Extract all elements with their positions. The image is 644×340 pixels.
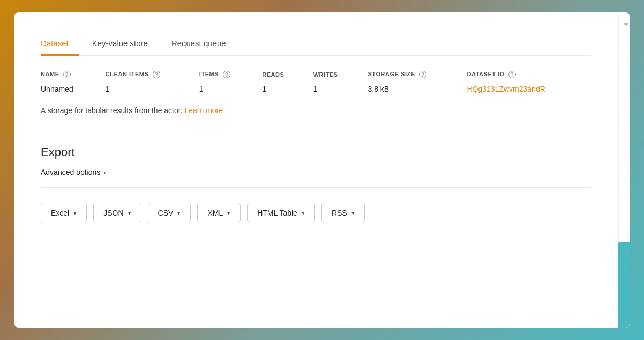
cell-writes: 1 xyxy=(313,83,368,95)
xml-dropdown-icon: ▾ xyxy=(227,210,230,217)
export-excel-label: Excel xyxy=(51,209,69,217)
divider-1 xyxy=(41,130,591,130)
right-panel-top-label: if xyxy=(623,23,629,26)
col-header-clean-items: CLEAN ITEMS ? xyxy=(106,71,199,83)
table-row: Unnamed 1 1 1 1 3.8 kB HQg313LZwvm23andR xyxy=(41,83,591,95)
export-buttons-container: Excel ▾ JSON ▾ CSV ▾ XML ▾ HTML Table ▾ … xyxy=(41,203,591,223)
export-xml-label: XML xyxy=(207,209,223,217)
export-rss-label: RSS xyxy=(332,209,347,217)
export-title: Export xyxy=(41,145,591,159)
learn-more-link[interactable]: Learn more xyxy=(184,106,223,115)
col-header-items: ITEMS ? xyxy=(199,71,262,83)
json-dropdown-icon: ▾ xyxy=(128,210,131,217)
cell-clean-items: 1 xyxy=(106,83,199,95)
export-html-table-label: HTML Table xyxy=(257,209,297,217)
dataset-id-link[interactable]: HQg313LZwvm23andR xyxy=(467,85,545,93)
description-text: A storage for tabular results from the a… xyxy=(41,106,591,115)
col-header-writes: WRITES xyxy=(313,71,368,83)
divider-2 xyxy=(41,187,591,188)
export-json-button[interactable]: JSON ▾ xyxy=(93,203,141,223)
tab-dataset[interactable]: Dataset xyxy=(41,33,79,56)
main-content: Dataset Key-value store Request queue NA… xyxy=(14,12,618,328)
col-header-storage-size: STORAGE SIZE ? xyxy=(368,71,467,83)
csv-dropdown-icon: ▾ xyxy=(177,210,181,217)
cell-items: 1 xyxy=(199,83,262,95)
col-header-reads: READS xyxy=(262,71,313,83)
cell-name: Unnamed xyxy=(41,83,106,95)
clean-items-info-icon[interactable]: ? xyxy=(153,71,160,78)
advanced-options-toggle[interactable]: Advanced options › xyxy=(41,168,591,176)
main-window: Dataset Key-value store Request queue NA… xyxy=(14,12,630,328)
export-xml-button[interactable]: XML ▾ xyxy=(197,203,241,223)
name-info-icon[interactable]: ? xyxy=(63,71,71,78)
right-panel: if xyxy=(618,12,630,328)
advanced-options-label: Advanced options xyxy=(41,168,100,176)
export-csv-button[interactable]: CSV ▾ xyxy=(148,203,191,223)
cell-reads: 1 xyxy=(262,83,313,95)
items-info-icon[interactable]: ? xyxy=(223,71,230,78)
export-rss-button[interactable]: RSS ▾ xyxy=(321,203,365,223)
tab-bar: Dataset Key-value store Request queue xyxy=(41,33,591,56)
dataset-table: NAME ? CLEAN ITEMS ? ITEMS ? READS xyxy=(41,71,591,95)
rss-dropdown-icon: ▾ xyxy=(351,210,355,217)
dataset-id-info-icon[interactable]: ? xyxy=(508,71,516,78)
html-table-dropdown-icon: ▾ xyxy=(302,210,305,217)
export-csv-label: CSV xyxy=(158,209,174,217)
excel-dropdown-icon: ▾ xyxy=(73,210,77,217)
cell-storage-size: 3.8 kB xyxy=(368,83,467,95)
storage-size-info-icon[interactable]: ? xyxy=(419,71,426,78)
tab-key-value-store[interactable]: Key-value store xyxy=(92,33,159,56)
chevron-right-icon: › xyxy=(103,168,106,176)
right-panel-teal-bar xyxy=(618,242,630,328)
export-excel-button[interactable]: Excel ▾ xyxy=(41,203,87,223)
col-header-dataset-id: DATASET ID ? xyxy=(467,71,592,83)
col-header-name: NAME ? xyxy=(41,71,106,83)
tab-request-queue[interactable]: Request queue xyxy=(171,33,237,56)
export-json-label: JSON xyxy=(103,209,123,217)
export-html-table-button[interactable]: HTML Table ▾ xyxy=(247,203,315,223)
cell-dataset-id[interactable]: HQg313LZwvm23andR xyxy=(467,83,592,95)
